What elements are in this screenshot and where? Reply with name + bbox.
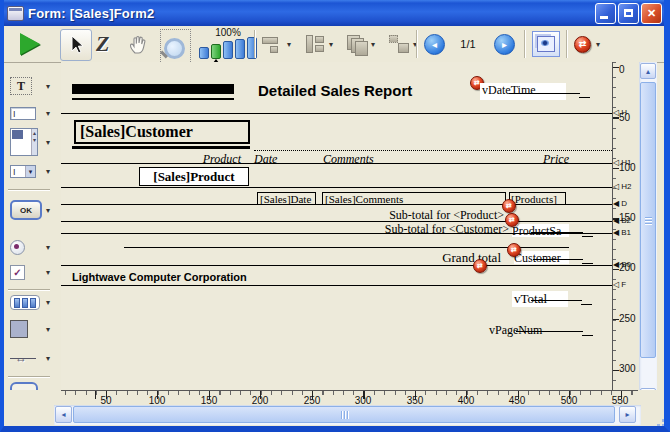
method-dropdown[interactable]: ▾: [596, 29, 600, 59]
grand-total-variable[interactable]: vTotal: [512, 291, 568, 307]
combobox-tool[interactable]: I▾: [10, 165, 36, 178]
ruler-label: 100: [149, 395, 166, 406]
maximize-button[interactable]: [618, 3, 639, 24]
form-canvas[interactable]: Detailed Sales Report ⇄ vDateTime [Sales…: [61, 62, 612, 390]
scroll-left-button[interactable]: ◂: [55, 406, 72, 423]
object-method-badge[interactable]: ⇄: [505, 213, 519, 227]
page-number-variable[interactable]: vPageNum: [489, 323, 569, 336]
zoom-tool-button[interactable]: [160, 29, 191, 66]
close-button[interactable]: ✕: [641, 3, 662, 24]
button-grid-tool[interactable]: ▾: [10, 295, 40, 310]
scroll-up-button[interactable]: ▴: [640, 63, 656, 79]
section-marker[interactable]: ◁F: [613, 281, 626, 289]
distribute-tool-button[interactable]: ▾: [304, 32, 333, 56]
report-title-text[interactable]: Detailed Sales Report: [258, 82, 412, 99]
dropdown-icon[interactable]: ▾: [46, 82, 50, 91]
next-arrow-icon: ▸: [502, 39, 507, 50]
product-field-object[interactable]: [Sales]Product: [139, 167, 249, 186]
preview-button[interactable]: [532, 29, 560, 59]
section-marker[interactable]: ◀B1: [613, 229, 631, 237]
radio-button-tool[interactable]: ▾: [10, 240, 25, 255]
marker-label: B0: [621, 261, 631, 269]
grand-total-label[interactable]: Grand total: [301, 250, 501, 266]
dropdown-icon[interactable]: ▾: [46, 243, 50, 252]
hand-tool-button[interactable]: [128, 29, 148, 59]
vertical-scroll-thumb[interactable]: [640, 82, 656, 358]
logo-bar-object[interactable]: [72, 84, 234, 94]
customer-underline[interactable]: [72, 146, 250, 149]
toolbar-separator: [254, 30, 255, 58]
rectangle-tool[interactable]: ▾: [10, 320, 28, 338]
zoom-bar-100-selected[interactable]: [211, 44, 221, 59]
next-page-button[interactable]: ▸: [494, 29, 515, 59]
splitter-tool[interactable]: ▾: [10, 351, 36, 365]
object-method-badge[interactable]: ⇄: [507, 243, 521, 257]
scroll-right-button[interactable]: ▸: [619, 406, 636, 423]
section-marker[interactable]: ◁H2: [613, 183, 631, 191]
zoom-bars[interactable]: [199, 39, 257, 59]
object-method-badge[interactable]: ⇄: [502, 199, 516, 213]
layer-tool-button[interactable]: ▾: [346, 32, 375, 56]
run-form-button[interactable]: [20, 29, 40, 59]
field-tool[interactable]: I▾: [10, 107, 36, 120]
product-subtotal-variable[interactable]: ProductSa: [512, 224, 569, 237]
dropdown-icon[interactable]: ▾: [46, 167, 50, 176]
minimize-button[interactable]: [595, 3, 616, 24]
selection-tool-button[interactable]: [60, 29, 92, 61]
dotted-rule[interactable]: [254, 150, 612, 151]
marker-label: B2: [621, 217, 631, 225]
column-header-product[interactable]: Product: [181, 152, 241, 167]
dropdown-icon[interactable]: ▾: [46, 138, 50, 147]
object-method-button[interactable]: ⇄: [574, 29, 591, 59]
customer-subtotal-variable[interactable]: Customer: [514, 251, 569, 264]
footer-company-text[interactable]: Lightwave Computer Corporation: [72, 271, 247, 283]
resize-grip[interactable]: [641, 405, 668, 425]
zoom-bar-200[interactable]: [223, 41, 233, 59]
datetime-variable[interactable]: vDateTime: [480, 83, 566, 100]
horizontal-scrollbar: ◂ ▸: [54, 405, 641, 425]
dropdown-icon[interactable]: ▾: [287, 40, 291, 49]
dropdown-icon[interactable]: ▾: [329, 40, 333, 49]
section-marker[interactable]: ◁H: [613, 109, 627, 117]
zoom-bar-800[interactable]: [247, 37, 257, 59]
section-marker[interactable]: ◀D: [613, 200, 627, 208]
dropdown-icon[interactable]: ▾: [46, 268, 50, 277]
logo-underline[interactable]: [72, 98, 234, 100]
cursor-arrow-icon: [69, 35, 84, 55]
dropdown-icon[interactable]: ▾: [371, 40, 375, 49]
horizontal-scroll-thumb[interactable]: [73, 406, 615, 423]
zoom-bar-400[interactable]: [235, 39, 245, 59]
footer-section-line: [61, 285, 612, 286]
marker-triangle-icon: ◀: [613, 229, 619, 237]
zoom-scale-control[interactable]: 100%: [199, 28, 257, 59]
object-palette: T▾ I▾ ▾ I▾ OK▾ ▾ ✓▾ ▾ ▾ ▾ ▾: [4, 63, 57, 390]
align-tool-button[interactable]: ▾: [262, 32, 291, 56]
dropdown-icon[interactable]: ▾: [46, 109, 50, 118]
listbox-tool[interactable]: ▾: [10, 128, 38, 156]
toolbar: Z 100% ▾ ▾: [4, 26, 664, 63]
subtotal-customer-label[interactable]: Sub-total for <Customer>: [309, 222, 509, 237]
grand-total-rule[interactable]: [124, 247, 569, 248]
object-method-badge[interactable]: ⇄: [473, 259, 487, 273]
dropdown-icon[interactable]: ▾: [46, 354, 50, 363]
dropdown-icon[interactable]: ▾: [46, 325, 50, 334]
button-tool[interactable]: OK▾: [10, 200, 42, 220]
customer-field-object[interactable]: [Sales]Customer: [74, 120, 250, 144]
zoom-bar-50[interactable]: [199, 47, 209, 59]
button-grid-icon: [10, 295, 40, 310]
dropdown-icon[interactable]: ▾: [46, 206, 50, 215]
previous-page-button[interactable]: ◂: [424, 29, 445, 59]
dropdown-icon[interactable]: ▾: [46, 298, 50, 307]
column-header-date[interactable]: Date: [254, 152, 277, 167]
window-title: Form: [Sales]Form2: [28, 6, 154, 21]
section-marker[interactable]: ◀B0: [613, 261, 631, 269]
section-marker[interactable]: ◀B2: [613, 217, 631, 225]
column-header-price[interactable]: Price: [509, 152, 569, 167]
text-tool[interactable]: T▾: [10, 77, 32, 95]
detail-section-line: [61, 204, 612, 205]
resize-tool-button[interactable]: ▾: [388, 32, 417, 56]
checkbox-tool[interactable]: ✓▾: [10, 265, 25, 280]
entry-order-tool-button[interactable]: Z: [96, 29, 109, 59]
section-marker[interactable]: ◁H1: [613, 159, 631, 167]
column-header-comments[interactable]: Comments: [323, 152, 374, 167]
